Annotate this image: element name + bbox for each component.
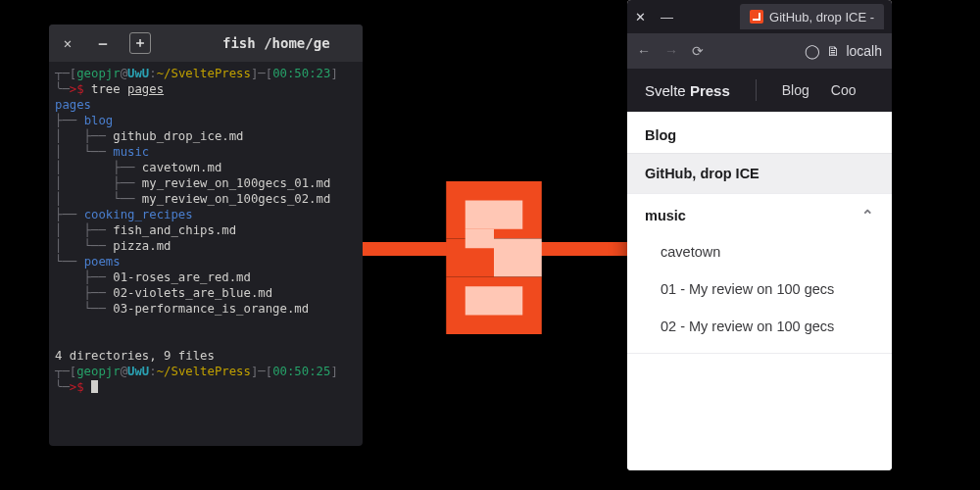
close-icon[interactable]: ✕ (635, 10, 647, 24)
group-label: music (645, 208, 686, 223)
nav-cooking[interactable]: Coo (831, 82, 857, 98)
svg-rect-5 (466, 286, 523, 315)
brand[interactable]: Svelte Press (645, 82, 730, 99)
cursor (91, 380, 98, 393)
browser-window: ✕ — GitHub, drop ICE - ← → ⟳ ◯ 🗎 localh … (627, 0, 892, 470)
browser-toolbar: ← → ⟳ ◯ 🗎 localh (627, 33, 892, 69)
prompt-symbol: >$ (70, 82, 84, 96)
svg-rect-6 (466, 229, 494, 249)
tree-output: ├── blog │ ├── github_drop_ice.md │ └── … (55, 114, 330, 316)
sidebar-item-selected[interactable]: GitHub, drop ICE (627, 154, 892, 194)
sidebar-item[interactable]: cavetown (627, 233, 892, 270)
chevron-up-icon: ⌃ (861, 208, 874, 223)
sidebar-item[interactable]: 02 - My review on 100 gecs (627, 308, 892, 345)
sidebar-group-music[interactable]: music ⌃ (627, 194, 892, 233)
minimize-icon[interactable]: — (94, 34, 112, 52)
new-tab-icon[interactable]: ＋ (129, 32, 151, 54)
shield-icon: ◯ (805, 43, 820, 59)
url-text: localh (846, 43, 882, 59)
back-icon[interactable]: ← (637, 43, 651, 59)
sveltepress-logo-icon (436, 181, 552, 334)
reload-icon[interactable]: ⟳ (692, 43, 704, 59)
terminal-titlebar: ✕ — ＋ fish /home/ge (49, 24, 363, 62)
forward-icon[interactable]: → (664, 43, 678, 59)
svg-rect-4 (466, 201, 523, 229)
sidebar-item[interactable]: 01 - My review on 100 gecs (627, 270, 892, 308)
breadcrumb[interactable]: Blog (627, 112, 892, 154)
svg-rect-2 (494, 239, 542, 277)
prompt-time: 00:50:23 (272, 67, 330, 80)
tree-root: pages (55, 98, 91, 112)
tab-title: GitHub, drop ICE - (769, 10, 874, 24)
prompt-host: UwU (127, 67, 149, 80)
prompt-user: geopjr (76, 67, 120, 80)
address-bar[interactable]: ◯ 🗎 localh (805, 43, 882, 59)
favicon-icon (750, 10, 763, 24)
tree-summary: 4 directories, 9 files (55, 349, 215, 363)
terminal-title: fish /home/ge (222, 35, 330, 51)
terminal-window: ✕ — ＋ fish /home/ge ┬─[geopjr@UwU:~/Svel… (49, 24, 363, 446)
lock-icon: 🗎 (826, 43, 840, 59)
cmd-arg: pages (127, 82, 164, 96)
divider (756, 79, 757, 101)
terminal-body[interactable]: ┬─[geopjr@UwU:~/SveltePress]─[00:50:23] … (49, 62, 363, 399)
nav-blog[interactable]: Blog (782, 82, 809, 98)
browser-tab[interactable]: GitHub, drop ICE - (740, 4, 884, 29)
cmd: tree (91, 82, 121, 96)
close-icon[interactable]: ✕ (59, 34, 76, 52)
site-header: Svelte Press Blog Coo (627, 69, 892, 112)
sidebar-group-children: cavetown 01 - My review on 100 gecs 02 -… (627, 233, 892, 354)
prompt-path: ~/SveltePress (157, 67, 251, 80)
minimize-icon[interactable]: — (661, 10, 672, 24)
browser-tabstrip: ✕ — GitHub, drop ICE - (627, 0, 892, 33)
page-sidebar: Blog GitHub, drop ICE music ⌃ cavetown 0… (627, 112, 892, 470)
